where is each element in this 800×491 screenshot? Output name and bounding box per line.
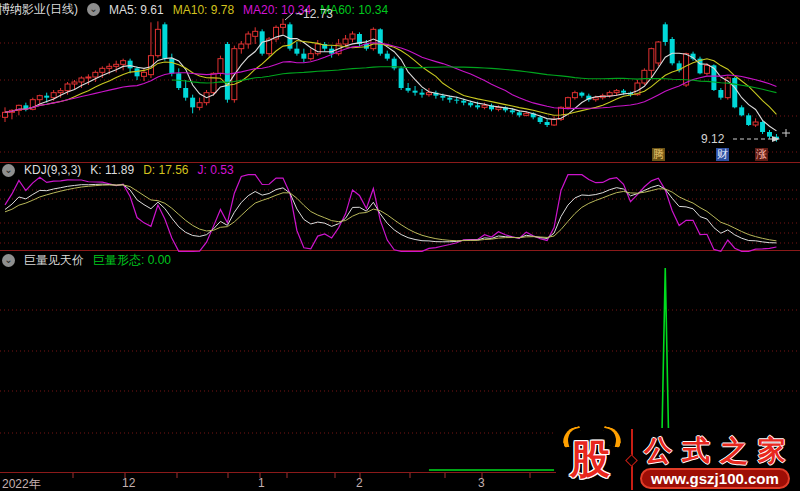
axis-label: 1 [258, 476, 265, 490]
watermark-char: 财 [716, 148, 729, 161]
axis-label: 12 [122, 476, 135, 490]
watermark-char: 涨 [755, 148, 768, 161]
signal-panel-title: 巨量见天价 [24, 252, 84, 269]
chart-canvas [0, 0, 800, 491]
stock-chart-window: 博纳影业(日线) ⌄ MA5: 9.61 MA10: 9.78 MA20: 10… [0, 0, 800, 491]
signal-panel-header: ⌄ 巨量见天价 巨量形态: 0.00 [2, 252, 171, 269]
site-name: 公式之家 [644, 432, 796, 470]
collapse-kdj-panel-icon[interactable]: ⌄ [2, 164, 15, 177]
kdj-d-value: D: 17.56 [143, 163, 188, 177]
ma10-value: MA10: 9.78 [173, 3, 234, 17]
last-price-label: 9.12 [701, 132, 724, 146]
instrument-title: 博纳影业(日线) [0, 1, 78, 18]
kdj-k-value: K: 11.89 [90, 163, 134, 177]
ma5-value: MA5: 9.61 [109, 3, 164, 17]
axis-label: 3 [478, 476, 485, 490]
collapse-signal-panel-icon[interactable]: ⌄ [2, 254, 15, 267]
collapse-main-panel-icon[interactable]: ⌄ [87, 3, 100, 16]
bull-logo: 股 [560, 430, 624, 490]
axis-label: 2022年 [2, 476, 41, 491]
site-url: www.gszj100.com [640, 468, 790, 489]
kdj-panel-header: ⌄ KDJ(9,3,3) K: 11.89 D: 17.56 J: 0.53 [2, 163, 234, 177]
signal-value: 巨量形态: 0.00 [93, 252, 171, 269]
diamond-icon [625, 454, 638, 467]
axis-label: 2 [356, 476, 363, 490]
peak-price-annotation: ~12.73 [296, 7, 333, 21]
gszj-watermark-logo: 股 公式之家 www.gszj100.com [556, 428, 800, 491]
watermark-char: 腾 [652, 148, 665, 161]
bull-gu-character: 股 [570, 434, 610, 484]
kdj-j-value: J: 0.53 [198, 163, 234, 177]
kdj-title: KDJ(9,3,3) [24, 163, 81, 177]
